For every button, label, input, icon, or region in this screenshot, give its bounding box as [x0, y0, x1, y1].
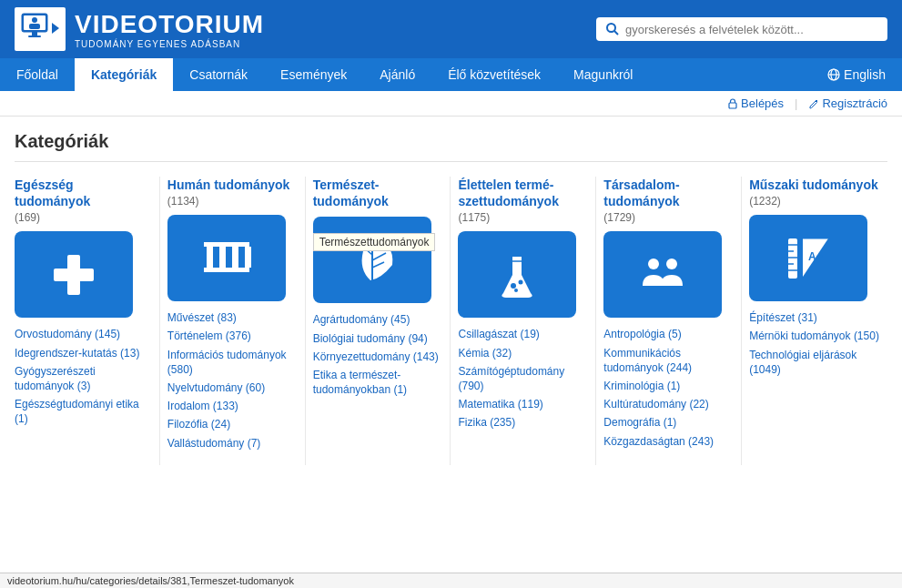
logo-area: VIDEOTORIUM TUDOMÁNY EGYENES ADÁSBAN [15, 7, 264, 51]
auth-divider: | [795, 96, 797, 110]
chemistry-icon [490, 248, 544, 302]
svg-rect-3 [29, 24, 40, 29]
cat-icon-elettelentermeszet[interactable] [458, 231, 576, 318]
nav-fooldal[interactable]: Főoldal [0, 58, 75, 91]
cat-icon-tarsadalomtudományok[interactable] [603, 231, 722, 318]
svg-point-7 [607, 24, 615, 32]
sub-item[interactable]: Kémia (32) [458, 346, 588, 360]
svg-text:A+: A+ [808, 250, 823, 263]
sub-items-egeszsegtudományok: Orvostudomány (145) Idegrendszer-kutatás… [15, 327, 152, 426]
sub-items-tarsadalomtudományok: Antropológia (5) Kommunikációs tudományo… [603, 327, 734, 448]
category-tarsadalomtudományok: Társadalom-tudományok (1729) Antropológi… [596, 177, 742, 465]
cat-title-elettelentermeszet[interactable]: Élettelen termé-szettudományok [458, 177, 588, 209]
sub-item[interactable]: Gyógyszerészeti tudományok (3) [15, 364, 152, 393]
sub-item[interactable]: Építészet (31) [749, 310, 880, 325]
cat-title-muszakitudományok[interactable]: Műszaki tudományok [749, 177, 880, 193]
sub-item[interactable]: Kultúratudomány (22) [603, 397, 734, 411]
register-link[interactable]: Regisztráció [808, 96, 887, 110]
sub-item[interactable]: Antropológia (5) [603, 327, 734, 341]
svg-rect-16 [204, 242, 249, 247]
sub-item[interactable]: Biológiai tudomány (94) [313, 331, 443, 346]
logo-icon [15, 7, 66, 51]
cat-title-egeszsegtudományok[interactable]: Egészség tudományok [15, 177, 152, 209]
sub-item[interactable]: Történelem (376) [167, 329, 298, 343]
nav-language[interactable]: English [811, 58, 902, 91]
sub-item[interactable]: Technológiai eljárások (1049) [749, 348, 880, 377]
cat-icon-termeszettudományok[interactable] [313, 217, 431, 303]
cat-title-tarsadalomtudományok[interactable]: Társadalom-tudományok [603, 177, 734, 209]
sub-items-humantudományok: Művészet (83) Történelem (376) Informáci… [167, 310, 298, 451]
search-input[interactable] [625, 23, 878, 36]
svg-rect-17 [207, 247, 213, 268]
humanities-icon [199, 231, 254, 286]
nav-esemenyek[interactable]: Események [264, 58, 363, 91]
svg-point-26 [511, 283, 516, 289]
svg-rect-12 [729, 103, 736, 108]
search-icon [605, 22, 620, 36]
sub-item[interactable]: Orvostudomány (145) [15, 327, 152, 341]
cat-icon-muszakitudományok[interactable]: A+ [749, 215, 867, 301]
sub-item[interactable]: Agrártudomány (45) [313, 312, 443, 327]
category-elettelentermeszet: Élettelen termé-szettudományok (1175) Cs… [451, 177, 596, 465]
cat-title-humantudományok[interactable]: Humán tudományok [167, 177, 298, 193]
search-box [596, 17, 887, 41]
category-muszakitudományok: Műszaki tudományok (1232) A+ [742, 177, 887, 465]
category-humantudományok: Humán tudományok (1134) Művészet (83) Tö… [160, 177, 306, 465]
nav-elo[interactable]: Élő közvetítések [431, 58, 557, 91]
categories-grid: Egészség tudományok (169) Orvostudomány … [15, 177, 887, 465]
cat-count-muszakitudományok: (1232) [749, 195, 880, 208]
svg-rect-5 [28, 35, 41, 37]
sub-item[interactable]: Mérnöki tudományok (150) [749, 329, 880, 343]
category-termeszettudományok: Természet-tudományok Természettudományok… [306, 177, 451, 465]
svg-point-2 [32, 17, 37, 23]
sub-item[interactable]: Művészet (83) [167, 310, 298, 325]
sub-item[interactable]: Csillagászat (19) [458, 327, 588, 341]
sub-item[interactable]: Demográfia (1) [603, 415, 734, 430]
lock-icon [727, 97, 738, 109]
sub-item[interactable]: Etika a természet-tudományokban (1) [313, 368, 443, 397]
edit-icon [808, 98, 819, 109]
cat-count-humantudományok: (1134) [167, 195, 298, 208]
sub-item[interactable]: Kriminológia (1) [603, 379, 734, 393]
sub-item[interactable]: Egészségtudományi etika (1) [15, 397, 152, 426]
sub-item[interactable]: Kommunikációs tudományok (244) [603, 346, 734, 375]
logo-text: VIDEOTORIUM TUDOMÁNY EGYENES ADÁSBAN [75, 10, 264, 49]
nav-csatornak[interactable]: Csatornák [173, 58, 264, 91]
svg-point-30 [666, 259, 677, 269]
nav-kategoriak[interactable]: Kategóriák [75, 58, 173, 91]
cat-count-elettelentermeszet: (1175) [458, 211, 588, 224]
sub-item[interactable]: Közgazdaságtan (243) [603, 434, 734, 449]
sub-item[interactable]: Fizika (235) [458, 415, 588, 430]
svg-point-28 [514, 289, 518, 292]
nav-ajanlok[interactable]: Ajánló [363, 58, 431, 91]
logo-subtitle: TUDOMÁNY EGYENES ADÁSBAN [75, 39, 264, 49]
sub-item[interactable]: Számítógéptudomány (790) [458, 364, 588, 393]
svg-line-8 [614, 31, 618, 35]
sub-item[interactable]: Filozófia (24) [167, 417, 298, 431]
sub-items-termeszettudományok: Agrártudomány (45) Biológiai tudomány (9… [313, 312, 443, 397]
category-egeszsegtudományok: Egészség tudományok (169) Orvostudomány … [15, 177, 160, 465]
logo-title: VIDEOTORIUM [75, 10, 264, 39]
cat-icon-egeszsegtudományok[interactable] [15, 231, 133, 318]
cat-icon-humantudományok[interactable] [167, 215, 286, 301]
svg-point-29 [648, 259, 659, 269]
sub-item[interactable]: Irodalom (133) [167, 399, 298, 413]
nature-icon [345, 233, 400, 288]
main-content: Kategóriák Egészség tudományok (169) Orv… [0, 117, 902, 465]
cat-title-termeszettudományok[interactable]: Természet-tudományok [313, 177, 443, 209]
social-icon [635, 248, 690, 302]
sub-item[interactable]: Vallástudomány (7) [167, 436, 298, 451]
auth-bar: Belépés | Regisztráció [0, 91, 902, 117]
medical-icon [46, 248, 101, 302]
sub-item[interactable]: Nyelvtudomány (60) [167, 380, 298, 395]
cat-count-tarsadalomtudományok: (1729) [603, 211, 734, 224]
nav-magunkrol[interactable]: Magunkról [557, 58, 649, 91]
login-link[interactable]: Belépés [727, 96, 784, 110]
sub-item[interactable]: Matematika (119) [458, 397, 588, 411]
sub-item[interactable]: Információs tudományok (580) [167, 348, 298, 377]
main-nav: Főoldal Kategóriák Csatornák Események A… [0, 58, 902, 91]
sub-item[interactable]: Idegrendszer-kutatás (13) [15, 346, 152, 360]
svg-rect-4 [32, 32, 37, 35]
sub-item[interactable]: Környezettudomány (143) [313, 350, 443, 364]
svg-rect-20 [245, 247, 251, 268]
